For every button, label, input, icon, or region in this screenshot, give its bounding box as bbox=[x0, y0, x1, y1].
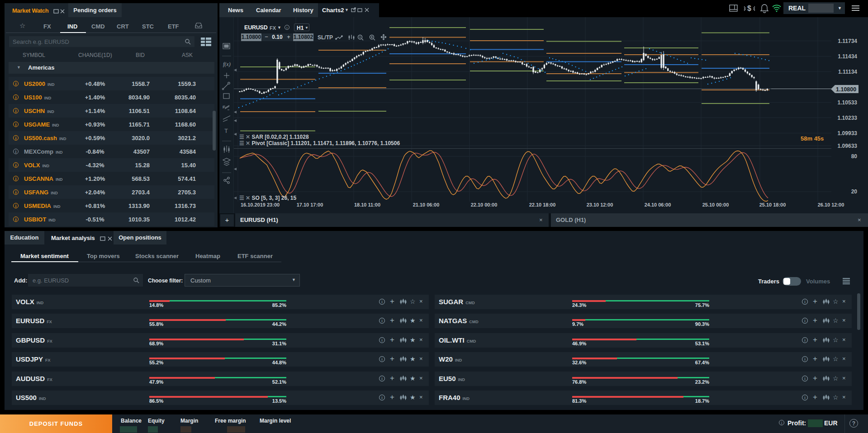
svg-text:$: $ bbox=[747, 5, 751, 12]
svg-text:1.10800: 1.10800 bbox=[836, 86, 856, 93]
svg-text:f(x): f(x) bbox=[223, 61, 231, 67]
svg-text:T: T bbox=[224, 127, 228, 134]
